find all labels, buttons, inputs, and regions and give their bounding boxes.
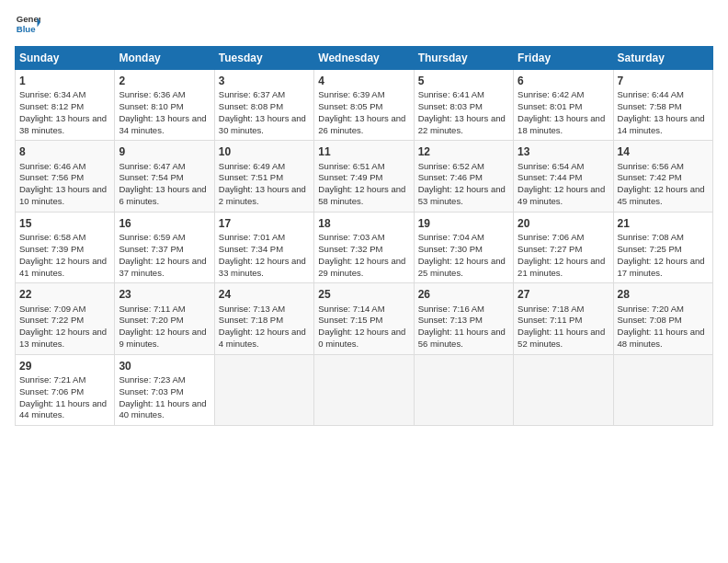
sunrise: Sunrise: 7:14 AM (318, 304, 384, 314)
daylight: Daylight: 12 hours and 13 minutes. (19, 327, 107, 349)
day-number: 25 (318, 287, 409, 302)
calendar-cell: 27Sunrise: 7:18 AMSunset: 7:11 PMDayligh… (514, 283, 613, 354)
day-number: 19 (418, 216, 509, 231)
day-number: 2 (119, 74, 210, 88)
week-row-3: 15Sunrise: 6:58 AMSunset: 7:39 PMDayligh… (16, 212, 713, 282)
sunrise: Sunrise: 7:16 AM (418, 304, 484, 314)
calendar-cell: 23Sunrise: 7:11 AMSunset: 7:20 PMDayligh… (115, 283, 214, 354)
sunrise: Sunrise: 7:18 AM (518, 304, 584, 314)
svg-text:Blue: Blue (17, 24, 36, 34)
page-container: General Blue SundayMondayTuesdayWednesda… (0, 0, 728, 433)
col-header-wednesday: Wednesday (314, 47, 414, 70)
sunrise: Sunrise: 6:49 AM (219, 161, 285, 171)
calendar-cell: 18Sunrise: 7:03 AMSunset: 7:32 PMDayligh… (314, 212, 414, 282)
sunrise: Sunrise: 7:04 AM (418, 232, 484, 242)
daylight: Daylight: 12 hours and 4 minutes. (219, 327, 306, 349)
sunset: Sunset: 7:44 PM (518, 172, 582, 182)
sunset: Sunset: 7:56 PM (19, 172, 84, 182)
sunrise: Sunrise: 6:44 AM (618, 89, 684, 99)
sunrise: Sunrise: 6:41 AM (418, 89, 484, 99)
daylight: Daylight: 12 hours and 58 minutes. (318, 184, 405, 206)
daylight: Daylight: 13 hours and 30 minutes. (219, 113, 306, 135)
sunrise: Sunrise: 6:56 AM (618, 161, 684, 171)
day-number: 30 (119, 359, 210, 373)
day-number: 4 (318, 74, 409, 88)
sunset: Sunset: 7:39 PM (19, 244, 84, 254)
sunset: Sunset: 7:06 PM (19, 386, 84, 396)
sunset: Sunset: 7:25 PM (618, 244, 682, 254)
header-row: SundayMondayTuesdayWednesdayThursdayFrid… (16, 47, 713, 70)
day-number: 14 (618, 144, 709, 159)
day-number: 6 (518, 74, 609, 88)
sunrise: Sunrise: 6:46 AM (19, 161, 85, 171)
calendar-cell: 21Sunrise: 7:08 AMSunset: 7:25 PMDayligh… (613, 212, 712, 282)
sunset: Sunset: 8:05 PM (318, 101, 382, 111)
sunrise: Sunrise: 6:39 AM (318, 89, 384, 99)
day-number: 28 (618, 287, 709, 302)
calendar-cell: 12Sunrise: 6:52 AMSunset: 7:46 PMDayligh… (414, 141, 513, 212)
daylight: Daylight: 13 hours and 34 minutes. (119, 113, 206, 135)
day-number: 5 (418, 74, 509, 88)
sunset: Sunset: 7:15 PM (318, 315, 382, 325)
sunrise: Sunrise: 7:20 AM (618, 304, 684, 314)
day-number: 16 (119, 216, 210, 231)
sunset: Sunset: 8:03 PM (418, 101, 483, 111)
daylight: Daylight: 12 hours and 9 minutes. (119, 327, 206, 349)
sunrise: Sunrise: 6:59 AM (119, 232, 185, 242)
sunset: Sunset: 7:18 PM (219, 315, 283, 325)
calendar-cell: 5Sunrise: 6:41 AMSunset: 8:03 PMDaylight… (414, 70, 513, 141)
sunset: Sunset: 7:22 PM (19, 315, 84, 325)
day-number: 8 (19, 144, 110, 159)
calendar-cell: 28Sunrise: 7:20 AMSunset: 7:08 PMDayligh… (613, 283, 712, 354)
calendar-cell: 7Sunrise: 6:44 AMSunset: 7:58 PMDaylight… (613, 70, 712, 141)
calendar-cell: 30Sunrise: 7:23 AMSunset: 7:03 PMDayligh… (115, 354, 214, 425)
daylight: Daylight: 11 hours and 52 minutes. (518, 327, 605, 349)
sunset: Sunset: 8:10 PM (119, 101, 183, 111)
col-header-thursday: Thursday (414, 47, 513, 70)
calendar-cell: 22Sunrise: 7:09 AMSunset: 7:22 PMDayligh… (16, 283, 115, 354)
sunrise: Sunrise: 7:21 AM (19, 374, 85, 385)
day-number: 10 (219, 144, 310, 159)
week-row-4: 22Sunrise: 7:09 AMSunset: 7:22 PMDayligh… (16, 283, 713, 354)
calendar-table: SundayMondayTuesdayWednesdayThursdayFrid… (15, 46, 713, 426)
calendar-cell: 1Sunrise: 6:34 AMSunset: 8:12 PMDaylight… (16, 70, 115, 141)
day-number: 11 (318, 144, 409, 159)
col-header-monday: Monday (115, 47, 214, 70)
calendar-cell (613, 354, 712, 425)
col-header-sunday: Sunday (16, 47, 115, 70)
sunrise: Sunrise: 7:13 AM (219, 304, 285, 314)
day-number: 21 (618, 216, 709, 231)
day-number: 20 (518, 216, 609, 231)
day-number: 23 (119, 287, 210, 302)
sunset: Sunset: 8:08 PM (219, 101, 283, 111)
sunset: Sunset: 7:46 PM (418, 172, 483, 182)
day-number: 1 (19, 74, 110, 88)
daylight: Daylight: 12 hours and 53 minutes. (418, 184, 506, 206)
day-number: 22 (19, 287, 110, 302)
daylight: Daylight: 12 hours and 45 minutes. (618, 184, 705, 206)
sunrise: Sunrise: 7:01 AM (219, 232, 285, 242)
calendar-cell: 25Sunrise: 7:14 AMSunset: 7:15 PMDayligh… (314, 283, 414, 354)
calendar-cell: 14Sunrise: 6:56 AMSunset: 7:42 PMDayligh… (613, 141, 712, 212)
sunrise: Sunrise: 7:06 AM (518, 232, 584, 242)
daylight: Daylight: 12 hours and 33 minutes. (219, 256, 306, 278)
calendar-cell: 4Sunrise: 6:39 AMSunset: 8:05 PMDaylight… (314, 70, 414, 141)
daylight: Daylight: 12 hours and 29 minutes. (318, 256, 405, 278)
week-row-2: 8Sunrise: 6:46 AMSunset: 7:56 PMDaylight… (16, 141, 713, 212)
sunset: Sunset: 7:13 PM (418, 315, 483, 325)
daylight: Daylight: 11 hours and 40 minutes. (119, 398, 206, 420)
day-number: 7 (618, 74, 709, 88)
sunset: Sunset: 7:11 PM (518, 315, 582, 325)
calendar-cell: 26Sunrise: 7:16 AMSunset: 7:13 PMDayligh… (414, 283, 513, 354)
col-header-friday: Friday (514, 47, 613, 70)
sunset: Sunset: 7:58 PM (618, 101, 682, 111)
calendar-cell: 10Sunrise: 6:49 AMSunset: 7:51 PMDayligh… (214, 141, 313, 212)
daylight: Daylight: 12 hours and 49 minutes. (518, 184, 605, 206)
sunset: Sunset: 7:49 PM (318, 172, 382, 182)
calendar-cell (314, 354, 414, 425)
calendar-cell: 3Sunrise: 6:37 AMSunset: 8:08 PMDaylight… (214, 70, 313, 141)
week-row-5: 29Sunrise: 7:21 AMSunset: 7:06 PMDayligh… (16, 354, 713, 425)
day-number: 3 (219, 74, 310, 88)
calendar-cell: 20Sunrise: 7:06 AMSunset: 7:27 PMDayligh… (514, 212, 613, 282)
daylight: Daylight: 13 hours and 38 minutes. (19, 113, 107, 135)
